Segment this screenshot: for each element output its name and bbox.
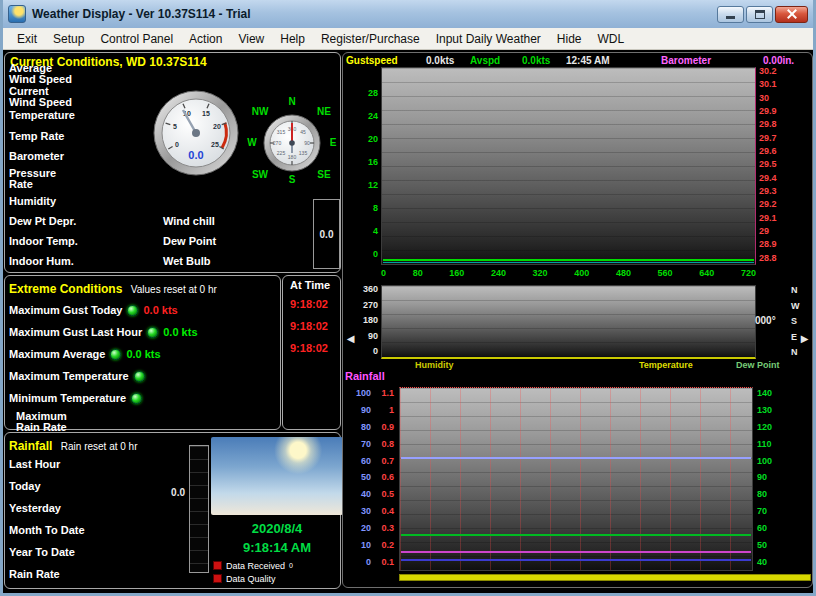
maximize-icon — [755, 10, 765, 19]
minimize-icon — [726, 16, 735, 19]
label-current-wind-speed: Current Wind Speed — [9, 86, 72, 108]
compass-degree: 90 — [304, 140, 310, 146]
gauge-scale-label: 25 — [211, 141, 219, 148]
axis-tick: 0.8 — [374, 440, 394, 449]
menu-item[interactable]: Register/Purchase — [313, 29, 428, 49]
axis-tick: 110 — [757, 440, 783, 449]
extreme-row: Maximum Gust Today 0.0 kts — [9, 299, 280, 321]
axis-tick: 29.6 — [759, 147, 799, 156]
status-led-icon — [131, 393, 142, 404]
main-area: Current Conditions, WD 10.37S114 Average… — [3, 50, 813, 593]
app-window: Weather Display - Ver 10.37S114 - Trial … — [0, 0, 816, 596]
close-button[interactable] — [775, 6, 808, 23]
axis-tick: 28.8 — [759, 254, 799, 263]
menu-item[interactable]: Control Panel — [92, 29, 181, 49]
compass-degree: 45 — [300, 129, 306, 135]
rainfall-row-label: Year To Date — [9, 541, 85, 563]
extreme-rows: Maximum Gust Today 0.0 kts Maximum Gust … — [5, 297, 280, 435]
axis-tick: 560 — [658, 269, 673, 279]
temperature-axis: 140130120110100908070605040 — [757, 389, 783, 567]
rainfall-row-label: Month To Date — [9, 519, 85, 541]
label-wet-bulb: Wet Bulb — [163, 256, 210, 267]
indoor-series-line — [401, 559, 751, 561]
label-dew-point: Dew Point — [163, 236, 216, 247]
extreme-conditions-header: Extreme Conditions Values reset at 0 hr — [5, 276, 280, 297]
extreme-row-value: 0.0 kts — [143, 304, 177, 316]
axis-tick: 0 — [351, 250, 378, 259]
scroll-left-button[interactable]: ◀ — [344, 330, 357, 346]
axis-tick: 70 — [349, 440, 371, 449]
scroll-right-button[interactable]: ▶ — [798, 330, 811, 346]
avg-series-line — [383, 262, 754, 263]
axis-tick: 20 — [349, 524, 371, 533]
window-title: Weather Display - Ver 10.37S114 - Trial — [32, 7, 717, 21]
menu-item[interactable]: Action — [181, 29, 230, 49]
arrow-right-icon: ▶ — [801, 333, 809, 344]
window-controls — [717, 6, 808, 23]
menu-item[interactable]: Hide — [549, 29, 590, 49]
axis-tick: 28 — [351, 89, 378, 98]
data-received-count: 0 — [289, 562, 293, 569]
status-led-icon — [134, 371, 145, 382]
rain-gauge-bar — [189, 445, 209, 573]
axis-tick: 24 — [351, 112, 378, 121]
axis-tick: 0.1 — [374, 558, 394, 567]
status-led-icon — [110, 349, 121, 360]
axis-tick: 100 — [349, 389, 371, 398]
wind-barometer-plot — [381, 67, 756, 265]
axis-tick: 130 — [757, 406, 783, 415]
menu-item[interactable]: Help — [272, 29, 313, 49]
maximize-button[interactable] — [746, 6, 773, 23]
compass-degree: 315 — [277, 129, 286, 135]
extreme-row-label: Maximum Gust Last Hour — [9, 326, 142, 338]
axis-tick: 16 — [351, 158, 378, 167]
legend-dew-point: Dew Point — [736, 360, 780, 370]
titlebar[interactable]: Weather Display - Ver 10.37S114 - Trial — [3, 0, 813, 28]
at-time-title: At Time — [283, 276, 340, 291]
temperature-series-line — [401, 534, 751, 536]
axis-tick: 120 — [757, 423, 783, 432]
axis-tick: 70 — [757, 507, 783, 516]
axis-tick: 80 — [757, 490, 783, 499]
axis-tick: 80 — [413, 269, 423, 279]
status-led-icon — [127, 305, 138, 316]
axis-tick: 180 — [351, 316, 378, 325]
axis-tick: 60 — [757, 524, 783, 533]
axis-tick: 29.1 — [759, 214, 799, 223]
axis-tick: 29.2 — [759, 200, 799, 209]
axis-tick: 640 — [699, 269, 714, 279]
rainfall-bar-strip — [399, 574, 811, 581]
legend-humidity: Humidity — [415, 360, 454, 370]
compass-point-w: W — [247, 137, 257, 148]
status-flags: Data Received 0 Data Quality — [213, 559, 293, 585]
gauge-scale-label: 0 — [175, 141, 179, 148]
data-quality-indicator — [213, 574, 222, 583]
wind-direction-plot — [381, 285, 756, 359]
compass-point-nw: NW — [252, 106, 269, 117]
current-date: 2020/8/4 — [211, 519, 343, 538]
extreme-row-label: Maximum Average — [9, 348, 105, 360]
menu-item[interactable]: Setup — [45, 29, 92, 49]
minimize-button[interactable] — [717, 6, 744, 23]
menu-item[interactable]: WDL — [590, 29, 633, 49]
status-led-icon — [147, 327, 158, 338]
axis-tick: S — [791, 317, 805, 326]
menu-item[interactable]: Input Daily Weather — [428, 29, 549, 49]
legend-temperature: Temperature — [639, 360, 693, 370]
humidity-series-line — [401, 457, 751, 459]
axis-tick: 90 — [349, 406, 371, 415]
avspd-label: Avspd — [470, 55, 500, 66]
charts-panel: Gustspeed 0.0kts Avspd 0.0kts 12:45 AM B… — [342, 52, 813, 588]
compass-point-n: N — [288, 96, 295, 107]
extreme-row-value: 0.0 kts — [126, 348, 160, 360]
menu-item[interactable]: Exit — [9, 29, 45, 49]
label-barometer: Barometer — [9, 151, 64, 162]
label-temperature: Temperature — [9, 110, 75, 121]
axis-tick: 29.8 — [759, 120, 799, 129]
rain-rate-axis: 1.110.90.80.70.60.50.40.30.20.1 — [374, 389, 394, 567]
rain-gauge-value: 0.0 — [151, 487, 185, 498]
menu-item[interactable]: View — [230, 29, 272, 49]
gust-series-line — [383, 259, 754, 261]
axis-tick: 29.5 — [759, 160, 799, 169]
axis-tick: 100 — [757, 457, 783, 466]
